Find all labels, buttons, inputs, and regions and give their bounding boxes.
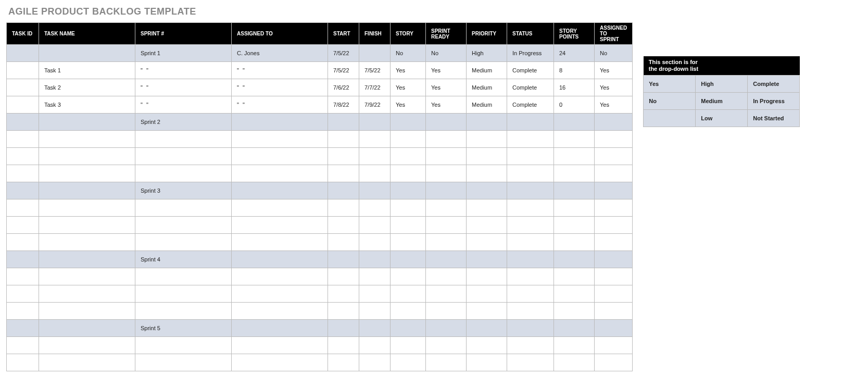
- cell-story-points[interactable]: [554, 320, 595, 337]
- cell-sprint-ready[interactable]: [426, 148, 467, 165]
- cell-status[interactable]: [507, 251, 554, 268]
- cell-task-name[interactable]: Task 1: [39, 62, 135, 79]
- cell-start[interactable]: 7/6/22: [328, 79, 359, 96]
- cell-priority[interactable]: [467, 285, 507, 303]
- cell-finish[interactable]: [359, 234, 391, 251]
- cell-status[interactable]: [507, 354, 554, 371]
- cell-story[interactable]: [391, 251, 426, 268]
- cell-task-name[interactable]: [39, 268, 135, 285]
- cell-assigned-to-sprint[interactable]: [595, 251, 633, 268]
- cell-story[interactable]: [391, 199, 426, 217]
- cell-task-name[interactable]: [39, 148, 135, 165]
- cell-sprint-ready[interactable]: [426, 165, 467, 182]
- cell-sprint-ready[interactable]: [426, 199, 467, 217]
- cell-finish[interactable]: [359, 131, 391, 148]
- cell-task-name[interactable]: [39, 234, 135, 251]
- cell-task-id[interactable]: [7, 131, 39, 148]
- cell-story[interactable]: [391, 320, 426, 337]
- cell-assigned-to[interactable]: [232, 268, 328, 285]
- cell-sprint[interactable]: Sprint 1: [135, 45, 232, 62]
- cell-start[interactable]: 7/5/22: [328, 62, 359, 79]
- cell-assigned-to-sprint[interactable]: [595, 268, 633, 285]
- cell-finish[interactable]: 7/9/22: [359, 96, 391, 114]
- cell-task-name[interactable]: [39, 114, 135, 131]
- cell-sprint-ready[interactable]: [426, 131, 467, 148]
- cell-status[interactable]: [507, 199, 554, 217]
- cell-task-id[interactable]: [7, 165, 39, 182]
- cell-task-id[interactable]: [7, 234, 39, 251]
- cell-task-name[interactable]: Task 2: [39, 79, 135, 96]
- cell-task-name[interactable]: [39, 217, 135, 234]
- cell-assigned-to[interactable]: [232, 303, 328, 320]
- cell-priority[interactable]: [467, 114, 507, 131]
- cell-story-points[interactable]: [554, 199, 595, 217]
- cell-priority[interactable]: Medium: [467, 79, 507, 96]
- cell-assigned-to[interactable]: C. Jones: [232, 45, 328, 62]
- cell-sprint[interactable]: Sprint 5: [135, 320, 232, 337]
- cell-story[interactable]: [391, 337, 426, 354]
- cell-finish[interactable]: [359, 285, 391, 303]
- cell-assigned-to-sprint[interactable]: [595, 131, 633, 148]
- cell-task-name[interactable]: [39, 45, 135, 62]
- cell-assigned-to[interactable]: [232, 337, 328, 354]
- cell-task-id[interactable]: [7, 285, 39, 303]
- cell-task-name[interactable]: [39, 354, 135, 371]
- cell-story[interactable]: [391, 268, 426, 285]
- cell-finish[interactable]: [359, 354, 391, 371]
- cell-assigned-to[interactable]: [232, 217, 328, 234]
- cell-task-name[interactable]: [39, 251, 135, 268]
- cell-start[interactable]: [328, 354, 359, 371]
- cell-start[interactable]: [328, 217, 359, 234]
- cell-sprint-ready[interactable]: [426, 285, 467, 303]
- cell-story-points[interactable]: [554, 303, 595, 320]
- cell-start[interactable]: [328, 320, 359, 337]
- cell-status[interactable]: [507, 182, 554, 199]
- cell-start[interactable]: [328, 148, 359, 165]
- cell-assigned-to-sprint[interactable]: [595, 354, 633, 371]
- cell-sprint-ready[interactable]: [426, 217, 467, 234]
- cell-task-name[interactable]: [39, 303, 135, 320]
- cell-task-id[interactable]: [7, 354, 39, 371]
- cell-task-name[interactable]: [39, 285, 135, 303]
- cell-priority[interactable]: [467, 165, 507, 182]
- cell-task-id[interactable]: [7, 337, 39, 354]
- cell-sprint-ready[interactable]: [426, 337, 467, 354]
- cell-assigned-to-sprint[interactable]: Yes: [595, 96, 633, 114]
- cell-task-id[interactable]: [7, 182, 39, 199]
- cell-finish[interactable]: [359, 337, 391, 354]
- cell-story-points[interactable]: [554, 354, 595, 371]
- cell-sprint-ready[interactable]: Yes: [426, 96, 467, 114]
- cell-story-points[interactable]: [554, 165, 595, 182]
- cell-assigned-to-sprint[interactable]: [595, 285, 633, 303]
- cell-status[interactable]: [507, 337, 554, 354]
- cell-task-id[interactable]: [7, 251, 39, 268]
- cell-status[interactable]: Complete: [507, 96, 554, 114]
- cell-story-points[interactable]: [554, 337, 595, 354]
- cell-sprint-ready[interactable]: Yes: [426, 79, 467, 96]
- cell-start[interactable]: [328, 268, 359, 285]
- cell-story[interactable]: [391, 217, 426, 234]
- cell-status[interactable]: Complete: [507, 79, 554, 96]
- cell-sprint[interactable]: Sprint 4: [135, 251, 232, 268]
- cell-status[interactable]: In Progress: [507, 45, 554, 62]
- cell-finish[interactable]: [359, 114, 391, 131]
- cell-start[interactable]: [328, 337, 359, 354]
- cell-task-id[interactable]: [7, 45, 39, 62]
- cell-task-id[interactable]: [7, 303, 39, 320]
- cell-task-name[interactable]: [39, 320, 135, 337]
- cell-assigned-to[interactable]: " ": [232, 79, 328, 96]
- cell-sprint[interactable]: [135, 303, 232, 320]
- cell-assigned-to-sprint[interactable]: Yes: [595, 79, 633, 96]
- cell-finish[interactable]: 7/5/22: [359, 62, 391, 79]
- cell-start[interactable]: [328, 285, 359, 303]
- cell-story[interactable]: [391, 165, 426, 182]
- cell-start[interactable]: [328, 199, 359, 217]
- cell-task-id[interactable]: [7, 268, 39, 285]
- cell-story-points[interactable]: 16: [554, 79, 595, 96]
- cell-story[interactable]: [391, 285, 426, 303]
- cell-sprint-ready[interactable]: [426, 182, 467, 199]
- cell-sprint[interactable]: " ": [135, 62, 232, 79]
- cell-finish[interactable]: [359, 217, 391, 234]
- cell-task-id[interactable]: [7, 217, 39, 234]
- cell-status[interactable]: [507, 165, 554, 182]
